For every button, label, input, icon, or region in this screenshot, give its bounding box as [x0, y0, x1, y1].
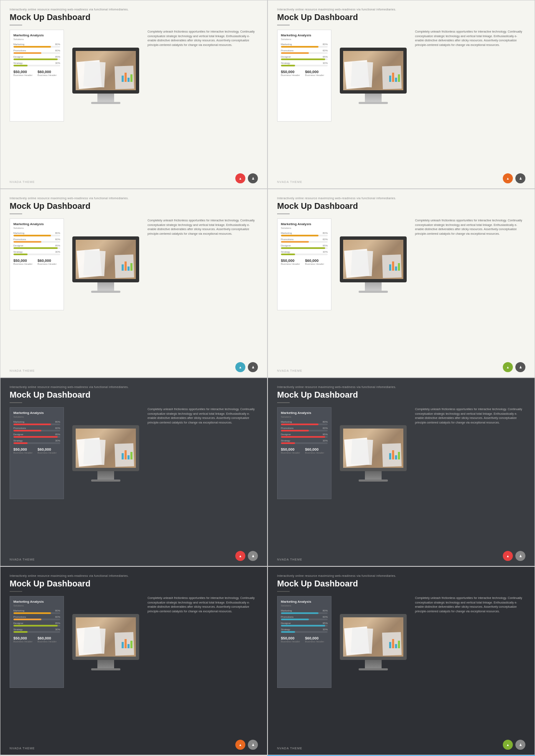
marketing-subtitle-1: Solutions — [13, 38, 60, 41]
slide-6: Interactively online resource maximizing… — [268, 378, 535, 566]
circle-btn-2a[interactable]: ▲ — [503, 173, 513, 183]
bar-label-1: Marketing80% — [13, 43, 60, 46]
slide-8-footer: ▲ ♟ — [503, 740, 525, 750]
slide-1-left: Marketing Analysis Solutions Marketing80… — [10, 30, 64, 155]
circle-btn-3a[interactable]: ▲ — [235, 362, 245, 372]
slide-7-footer: ▲ ♟ — [235, 740, 258, 750]
slide-1-tagline: Interactively online resource maximizing… — [10, 8, 258, 11]
circle-btn-3b[interactable]: ♟ — [248, 362, 258, 372]
bar-row-strategy-1: Strategy30% — [13, 62, 60, 66]
bar-row-promo-1: Promotions60% — [13, 49, 60, 54]
circle-btn-2b[interactable]: ♟ — [515, 173, 525, 183]
slide-2-tagline: Interactively online resource maximizing… — [277, 8, 525, 11]
monitor-base-1 — [91, 102, 120, 104]
desc-1: Completely unleash frictionless opportun… — [148, 30, 258, 47]
chart-mini-1 — [122, 73, 132, 82]
circle-btn-8b[interactable]: ♟ — [515, 740, 525, 750]
circle-btn-5b[interactable]: ♟ — [248, 551, 258, 561]
slide-1-divider — [10, 25, 22, 25]
slide-2-left: Marketing Analysis Solutions Marketing80… — [277, 30, 331, 155]
circle-btn-8a[interactable]: ▲ — [503, 740, 513, 750]
slide-2-middle — [336, 30, 411, 155]
slide-2: Interactively online resource maximizing… — [268, 0, 535, 189]
bar-row-marketing-1: Marketing80% — [13, 43, 60, 48]
circle-btn-7a[interactable]: ▲ — [235, 740, 245, 750]
slide-8: Interactively online resource maximizing… — [268, 566, 535, 755]
stat-2: $60,000 Business Header — [38, 70, 57, 76]
screen-inner-1 — [76, 51, 136, 90]
marketing-subtitle-2: Solutions — [281, 38, 328, 41]
slide-2-title: Mock Up Dashboard — [277, 13, 525, 22]
slide-6-footer: ▲ ♟ — [503, 551, 525, 561]
circle-btn-1b[interactable]: ♟ — [248, 173, 258, 183]
bar-row-designer-1: Designer95% — [13, 56, 60, 60]
slide-3: Interactively online resource maximizing… — [0, 189, 268, 378]
slide-1-title: Mock Up Dashboard — [10, 13, 258, 22]
slide-1-content: Marketing Analysis Solutions Marketing80… — [10, 30, 258, 155]
marketing-box-2: Marketing Analysis Solutions Marketing80… — [277, 30, 331, 122]
circle-btn-1a[interactable]: ▲ — [235, 173, 245, 183]
doc-1b — [83, 61, 105, 87]
slide-2-footer: ▲ ♟ — [503, 173, 525, 183]
slide-1: Interactively online resource maximizing… — [0, 0, 268, 189]
monitor-2 — [336, 30, 411, 122]
slide-1-brand: NVADA THEME — [10, 180, 35, 183]
circle-btn-4b[interactable]: ♟ — [515, 362, 525, 372]
monitor-stand-1 — [97, 94, 114, 102]
circle-btn-7b[interactable]: ♟ — [248, 740, 258, 750]
circle-btn-6b[interactable]: ♟ — [515, 551, 525, 561]
marketing-title-1: Marketing Analysis — [13, 33, 60, 37]
slide-5-footer: ▲ ♟ — [235, 551, 258, 561]
slide-7: Interactively online resource maximizing… — [0, 566, 268, 755]
slide-2-content: Marketing Analysis Solutions Marketing80… — [277, 30, 525, 155]
circle-btn-5a[interactable]: ▲ — [235, 551, 245, 561]
slide-2-brand: NVADA THEME — [277, 180, 303, 183]
slide-3-footer: ▲ ♟ — [235, 362, 258, 372]
bar-fill-1 — [13, 46, 51, 48]
slide-4-footer: ▲ ♟ — [503, 362, 525, 372]
marketing-title-2: Marketing Analysis — [281, 33, 328, 37]
slide-2-divider — [277, 25, 290, 25]
monitor-screen-1 — [72, 48, 139, 94]
marketing-box-1: Marketing Analysis Solutions Marketing80… — [10, 30, 64, 122]
circle-btn-4a[interactable]: ▲ — [503, 362, 513, 372]
slide-1-middle — [68, 30, 143, 155]
slide-5: Interactively online resource maximizing… — [0, 378, 268, 566]
monitor-inner-1 — [72, 48, 139, 104]
slide-2-right: Completely unleash frictionless opportun… — [415, 30, 525, 155]
desc-2: Completely unleash frictionless opportun… — [415, 30, 525, 47]
circle-btn-6a[interactable]: ▲ — [503, 551, 513, 561]
slide-1-right: Completely unleash frictionless opportun… — [148, 30, 258, 155]
slide-grid: Interactively online resource maximizing… — [0, 0, 535, 756]
slide-4: Interactively online resource maximizing… — [268, 189, 535, 378]
monitor-1 — [68, 30, 143, 122]
stat-row-1: $50,000 Business Header $60,000 Business… — [13, 70, 60, 76]
bar-track-1 — [13, 46, 60, 48]
stat-1: $50,000 Business Header — [13, 70, 33, 76]
slide-1-footer: ▲ ♟ — [235, 173, 258, 183]
